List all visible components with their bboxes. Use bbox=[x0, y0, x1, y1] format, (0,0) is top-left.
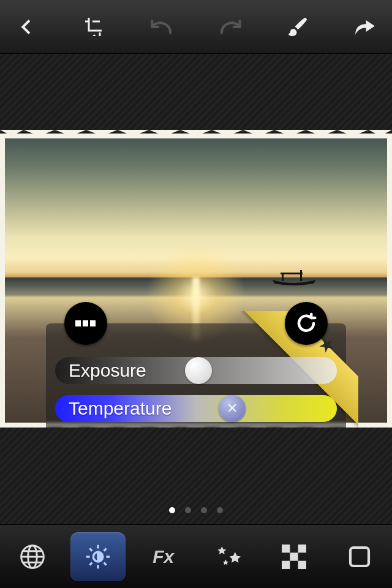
tab-checker[interactable] bbox=[266, 532, 322, 581]
slider-exposure[interactable]: Exposure bbox=[55, 357, 337, 384]
page-dot[interactable] bbox=[217, 507, 223, 513]
page-indicator[interactable] bbox=[0, 507, 392, 513]
svg-rect-5 bbox=[90, 320, 96, 326]
brush-button[interactable] bbox=[283, 12, 312, 42]
back-button[interactable] bbox=[12, 12, 42, 42]
bottom-tab-bar: Fx bbox=[0, 524, 392, 588]
redo-button[interactable] bbox=[215, 12, 244, 42]
tab-fx[interactable]: Fx bbox=[136, 532, 191, 581]
svg-rect-13 bbox=[298, 560, 306, 568]
crop-button[interactable] bbox=[80, 12, 109, 42]
svg-rect-12 bbox=[282, 560, 290, 568]
svg-rect-10 bbox=[298, 545, 306, 552]
svg-rect-2 bbox=[281, 273, 303, 274]
undo-button[interactable] bbox=[148, 12, 177, 42]
svg-rect-9 bbox=[282, 545, 290, 552]
slider-thumb[interactable] bbox=[185, 357, 212, 384]
slider-temperature[interactable]: Temperature ✕ bbox=[55, 395, 337, 422]
slider-label: Temperature bbox=[55, 398, 172, 419]
tab-frame[interactable] bbox=[332, 532, 387, 581]
fx-label: Fx bbox=[153, 546, 174, 567]
svg-rect-14 bbox=[350, 548, 369, 566]
tab-adjust[interactable] bbox=[70, 532, 126, 581]
svg-rect-1 bbox=[300, 270, 302, 281]
reset-button[interactable] bbox=[285, 302, 328, 345]
svg-rect-11 bbox=[290, 552, 298, 560]
page-dot[interactable] bbox=[169, 507, 175, 513]
share-button[interactable] bbox=[350, 12, 380, 42]
boat-silhouette bbox=[270, 269, 318, 287]
presets-button[interactable] bbox=[64, 302, 107, 345]
slider-label: Exposure bbox=[55, 360, 146, 381]
tab-stars[interactable] bbox=[201, 532, 256, 581]
top-toolbar bbox=[0, 0, 392, 54]
background-stripes-bottom bbox=[0, 428, 392, 524]
svg-rect-3 bbox=[75, 320, 81, 326]
slider-thumb[interactable]: ✕ bbox=[219, 395, 246, 422]
close-icon[interactable]: ✕ bbox=[227, 401, 238, 417]
page-dot[interactable] bbox=[185, 507, 191, 513]
tab-globe[interactable] bbox=[5, 532, 60, 581]
photo-canvas[interactable]: ★ Exposure Temperature ✕ Sharpen ✕ bbox=[0, 134, 392, 428]
background-stripes-top bbox=[0, 54, 392, 134]
page-dot[interactable] bbox=[201, 507, 207, 513]
svg-rect-4 bbox=[83, 320, 88, 326]
